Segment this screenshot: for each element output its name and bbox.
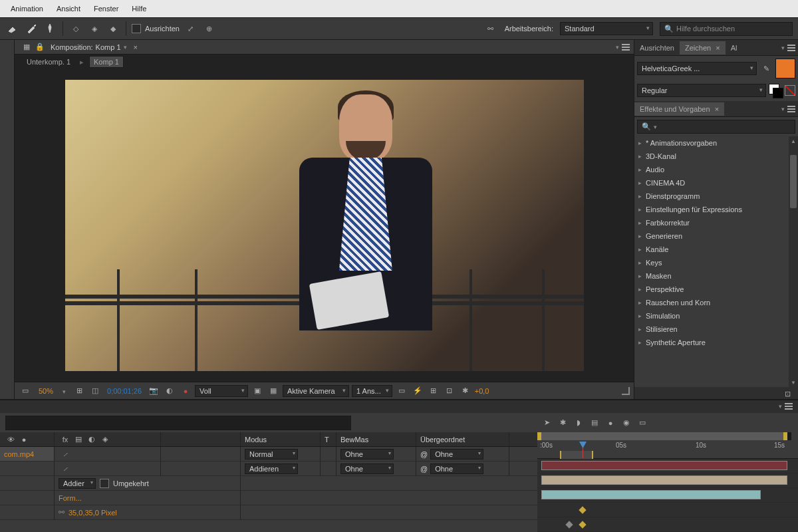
no-color-icon[interactable] xyxy=(785,85,795,96)
tab-character[interactable]: Zeichen × xyxy=(680,41,726,55)
col-parent[interactable]: Übergeordnet xyxy=(416,432,509,446)
panel-menu-icon[interactable] xyxy=(616,44,630,51)
expand-icon[interactable]: ⤢ xyxy=(184,21,198,36)
prop-pixel-value[interactable]: 35,0,35,0 Pixel xyxy=(68,509,117,517)
font-weight-dropdown[interactable]: Regular xyxy=(637,84,766,97)
effects-panel-menu-icon[interactable] xyxy=(781,106,795,112)
time-ruler[interactable]: :00s 05s 10s 15s xyxy=(537,432,798,459)
scroll-up-icon[interactable]: ▲ xyxy=(789,136,798,146)
solo-col-icon[interactable]: ● xyxy=(17,433,31,446)
eyedropper-icon[interactable]: ✎ xyxy=(759,62,773,75)
scroll-thumb[interactable] xyxy=(790,155,797,208)
comp-title[interactable]: Komposition: Komp 1 ▾ xyxy=(47,42,131,53)
exposure-value[interactable]: +0,0 xyxy=(475,387,489,395)
help-search[interactable]: 🔍 Hilfe durchsuchen xyxy=(660,22,793,36)
layer-row-2[interactable]: ⟋ Addieren Ohne @Ohne xyxy=(0,462,537,476)
layer-name[interactable]: com.mp4 xyxy=(4,450,34,458)
inverted-checkbox[interactable] xyxy=(100,479,109,488)
parent-dropdown[interactable]: Ohne xyxy=(430,449,483,460)
effect-category[interactable]: * Animationsvorgaben xyxy=(634,136,789,150)
flowchart-icon[interactable]: ⊡ xyxy=(443,384,456,398)
effect-category[interactable]: Synthetic Aperture xyxy=(634,336,789,349)
mask-row[interactable]: Addier Umgekehrt xyxy=(0,476,537,491)
graph-icon[interactable]: ▤ xyxy=(588,416,601,430)
resize-corner-icon[interactable] xyxy=(622,387,630,395)
char-panel-menu-icon[interactable] xyxy=(781,45,795,51)
menu-animation[interactable]: Animation xyxy=(4,2,50,15)
snapshot-icon[interactable]: 📷 xyxy=(147,384,160,398)
effect-category[interactable]: Farbkorrektur xyxy=(634,216,789,229)
menu-window[interactable]: Fenster xyxy=(87,2,125,15)
magnify-icon[interactable]: ▭ xyxy=(19,384,32,398)
brush-tool-icon[interactable] xyxy=(24,21,39,36)
snap2-icon[interactable]: ◈ xyxy=(87,21,102,36)
crumb-subcomp[interactable]: Unterkomp. 1 xyxy=(23,57,74,67)
camera-dropdown[interactable]: Aktive Kamera xyxy=(283,385,349,397)
eraser-tool-icon[interactable] xyxy=(5,21,20,36)
effect-category[interactable]: Perspektive xyxy=(634,283,789,296)
target-icon[interactable]: ⊕ xyxy=(202,21,217,36)
new-bin-icon[interactable]: ⊡ xyxy=(781,387,794,400)
reset-exposure-icon[interactable]: ✱ xyxy=(459,384,472,398)
snap-icon[interactable]: ◇ xyxy=(68,21,83,36)
eye-col-icon[interactable]: 👁 xyxy=(4,433,17,446)
grid-icon[interactable]: ▦ xyxy=(20,41,33,54)
mask-icon[interactable]: ◫ xyxy=(88,384,102,398)
fast-preview-icon[interactable]: ⚡ xyxy=(411,384,424,398)
col-t[interactable]: T xyxy=(321,432,336,446)
link-icon[interactable]: ⚯ xyxy=(483,21,498,36)
time-navigator[interactable] xyxy=(537,432,787,440)
trkmat-dropdown[interactable]: Ohne xyxy=(340,464,394,474)
pixel-ar-icon[interactable]: ▭ xyxy=(395,384,408,398)
mode-dropdown[interactable]: Addieren xyxy=(245,464,298,474)
effect-category[interactable]: 3D-Kanal xyxy=(634,150,789,163)
transparency-icon[interactable]: ▦ xyxy=(267,384,280,398)
timeline-tracks[interactable]: :00s 05s 10s 15s xyxy=(537,432,798,532)
timeline-icon[interactable]: ⊞ xyxy=(427,384,440,398)
transform-icon[interactable]: ⟋ xyxy=(59,462,72,475)
effect-category[interactable]: Audio xyxy=(634,163,789,176)
keyframe[interactable] xyxy=(579,506,586,513)
align-checkbox[interactable] xyxy=(132,24,141,33)
effect-category[interactable]: Rauschen und Korn xyxy=(634,296,789,309)
col-bewmas[interactable]: BewMas xyxy=(336,432,416,446)
menu-help[interactable]: Hilfe xyxy=(125,2,153,15)
tab-align[interactable]: Ausrichten xyxy=(634,41,680,55)
clip-3[interactable] xyxy=(541,490,761,499)
effect-category[interactable]: Masken xyxy=(634,269,789,283)
trkmat-dropdown[interactable]: Ohne xyxy=(340,449,394,460)
close-tab-icon[interactable]: × xyxy=(131,43,140,51)
effects-scrollbar[interactable]: ▲ ▼ xyxy=(789,136,798,387)
frame-blend-icon[interactable]: ▭ xyxy=(636,416,649,430)
lock-icon[interactable]: 🔒 xyxy=(33,41,47,54)
effect-category[interactable]: Stilisieren xyxy=(634,323,789,336)
motion-blur-icon[interactable]: ◗ xyxy=(572,416,585,430)
snap3-icon[interactable]: ◆ xyxy=(106,21,120,36)
tab-effects[interactable]: Effekte und Vorgaben × xyxy=(634,102,724,116)
pin-tool-icon[interactable] xyxy=(43,21,57,36)
close-icon[interactable]: × xyxy=(715,105,719,113)
burst-icon[interactable]: ✱ xyxy=(556,416,569,430)
clip-1[interactable] xyxy=(541,461,787,470)
clip-2a[interactable] xyxy=(541,475,787,485)
channel-icon[interactable]: ◐ xyxy=(163,384,176,398)
mode-dropdown[interactable]: Normal xyxy=(245,449,298,460)
parent-dropdown[interactable]: Ohne xyxy=(430,464,483,474)
color-icon[interactable]: ● xyxy=(179,384,192,398)
font-family-dropdown[interactable]: HelveticaGreek ... xyxy=(637,62,757,75)
keyframe[interactable] xyxy=(579,521,586,528)
resolution-dropdown[interactable]: Voll xyxy=(195,385,248,397)
effect-category[interactable]: CINEMA 4D xyxy=(634,176,789,190)
blur-icon[interactable]: ● xyxy=(604,416,617,430)
preview-viewport[interactable] xyxy=(15,69,634,382)
views-dropdown[interactable]: 1 Ans... xyxy=(352,385,392,397)
effect-category[interactable]: Simulation xyxy=(634,309,789,323)
timecode[interactable]: 0;00;01;26 xyxy=(104,387,144,395)
tab-al[interactable]: Al xyxy=(726,41,743,55)
timeline-menu-icon[interactable] xyxy=(779,403,793,410)
effect-category[interactable]: Keys xyxy=(634,256,789,269)
fill-color-swatch[interactable] xyxy=(775,59,795,78)
menu-view[interactable]: Ansicht xyxy=(50,2,87,15)
playhead[interactable] xyxy=(583,442,583,458)
stroke-color-swatch[interactable] xyxy=(769,84,782,97)
